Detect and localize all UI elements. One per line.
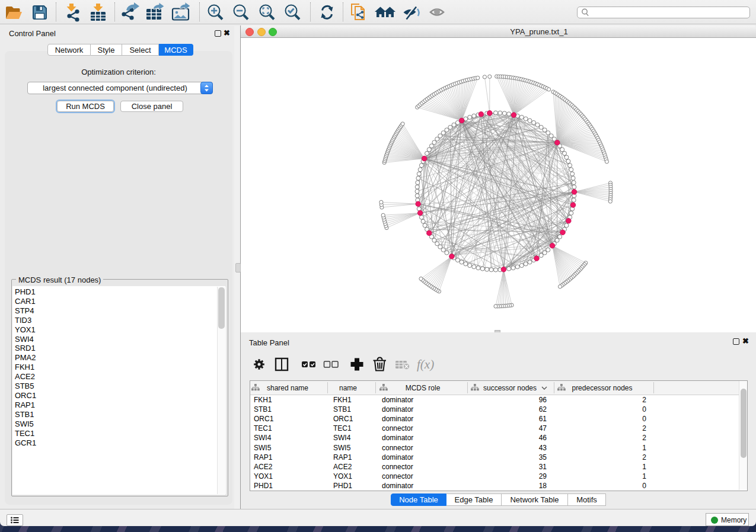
svg-text:f(x): f(x)	[417, 357, 434, 371]
